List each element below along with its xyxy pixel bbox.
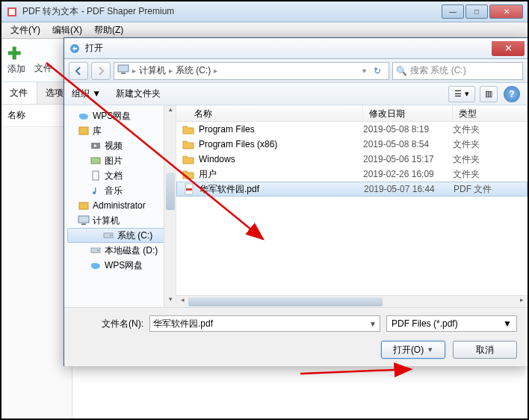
folder-icon <box>182 168 194 180</box>
file-type: PDF 文件 <box>454 183 527 196</box>
svg-rect-12 <box>95 188 96 193</box>
tree-item[interactable]: 视频 <box>64 138 176 153</box>
tree-item[interactable]: 系统 (C:) <box>67 228 173 243</box>
search-icon: 🔍 <box>396 66 407 76</box>
menu-help[interactable]: 帮助(Z) <box>88 22 129 38</box>
scroll-right-icon[interactable]: ▸ <box>516 296 528 308</box>
tree-item-label: 文档 <box>105 170 123 182</box>
dialog-close-button[interactable]: ✕ <box>492 41 525 56</box>
file-type: 文件夹 <box>453 153 528 166</box>
tree-item[interactable]: WPS网盘 <box>64 108 176 123</box>
maximize-button[interactable]: □ <box>465 4 488 19</box>
file-name: Windows <box>199 154 235 164</box>
tree-item[interactable]: 库 <box>64 123 176 138</box>
scroll-left-icon[interactable]: ◂ <box>176 296 188 308</box>
search-input[interactable]: 🔍 搜索 系统 (C:) <box>392 62 523 80</box>
scroll-thumb[interactable] <box>166 173 175 210</box>
col-type[interactable]: 类型 <box>453 105 528 121</box>
minimize-button[interactable]: — <box>442 4 464 19</box>
svg-rect-1 <box>9 9 15 15</box>
folder-tree[interactable]: WPS网盘库视频图片文档音乐Administrator计算机系统 (C:)本地磁… <box>64 105 176 307</box>
crumb-drive[interactable]: 系统 (C:) <box>176 64 211 77</box>
file-row[interactable]: Program Files2019-05-08 8:19文件夹 <box>176 122 528 137</box>
filename-input[interactable]: 华军软件园.pdf ▼ <box>149 315 380 332</box>
image-icon <box>90 155 102 166</box>
pdf-icon <box>183 183 195 195</box>
file-date: 2019-02-26 16:09 <box>363 169 453 179</box>
horizontal-scrollbar[interactable]: ◂ ▸ <box>176 295 528 307</box>
tree-scrollbar[interactable]: ▴▾ <box>164 105 176 307</box>
computer-icon <box>117 64 129 77</box>
svg-rect-10 <box>93 171 99 180</box>
tree-item[interactable]: 本地磁盘 (D:) <box>64 243 176 258</box>
scroll-thumb[interactable] <box>188 297 383 306</box>
file-row[interactable]: Windows2019-05-06 15:17文件夹 <box>176 152 528 167</box>
cancel-button[interactable]: 取消 <box>453 341 517 359</box>
toolbar-add-label: 添加 <box>7 63 25 75</box>
file-type: 文件夹 <box>453 138 528 151</box>
main-titlebar: PDF 转为文本 - PDF Shaper Premium — □ ✕ <box>1 1 528 22</box>
dialog-icon <box>69 43 81 55</box>
tree-item[interactable]: 计算机 <box>64 213 176 228</box>
new-folder-button[interactable]: 新建文件夹 <box>116 87 161 100</box>
nav-forward-button[interactable] <box>91 62 111 80</box>
tree-item-label: 系统 (C:) <box>117 229 152 242</box>
close-button[interactable]: ✕ <box>489 4 523 19</box>
address-bar[interactable]: ▸ 计算机 ▸ 系统 (C:) ▸ ▾ ↻ <box>114 62 389 80</box>
file-row[interactable]: Program Files (x86)2019-05-08 8:54文件夹 <box>176 137 528 152</box>
tree-item[interactable]: 音乐 <box>64 183 176 198</box>
music-icon <box>90 185 102 196</box>
file-row[interactable]: 华军软件园.pdf2019-05-07 16:44PDF 文件 <box>176 182 528 197</box>
svg-rect-14 <box>78 216 89 223</box>
user-icon <box>78 200 90 211</box>
file-filter-select[interactable]: PDF Files (*.pdf) ▼ <box>386 315 517 332</box>
tree-item-label: 本地磁盘 (D:) <box>105 244 158 257</box>
tree-item[interactable]: 图片 <box>64 153 176 168</box>
tree-item-label: 图片 <box>105 155 123 167</box>
svg-point-21 <box>91 263 96 268</box>
video-icon <box>90 140 102 151</box>
nav-back-button[interactable] <box>69 62 88 80</box>
folder-icon <box>182 138 194 150</box>
tree-item-label: WPS网盘 <box>105 259 143 272</box>
view-mode-button[interactable]: ☰ ▾ <box>448 86 475 102</box>
chevron-down-icon[interactable]: ▾ <box>362 67 366 75</box>
file-name: Program Files (x86) <box>199 139 277 149</box>
tree-item-label: 计算机 <box>93 214 120 227</box>
organize-menu[interactable]: 组织 ▼ <box>72 87 101 100</box>
crumb-computer[interactable]: 计算机 <box>139 64 166 77</box>
dialog-toolbar: 组织 ▼ 新建文件夹 ☰ ▾ ▥ ? <box>64 83 528 105</box>
menu-edit[interactable]: 编辑(X) <box>46 22 88 38</box>
tab-file[interactable]: 文件 <box>1 82 37 104</box>
preview-pane-button[interactable]: ▥ <box>480 86 498 102</box>
col-name[interactable]: 名称 <box>176 105 363 121</box>
svg-rect-4 <box>121 72 126 74</box>
cloud-icon <box>90 260 102 271</box>
open-button[interactable]: 打开(O)▼ <box>381 341 445 359</box>
dialog-footer: 文件名(N): 华军软件园.pdf ▼ PDF Files (*.pdf) ▼ … <box>64 307 528 366</box>
arrow-left-icon <box>72 65 84 77</box>
refresh-button[interactable]: ↻ <box>369 66 386 76</box>
file-list[interactable]: Program Files2019-05-08 8:19文件夹Program F… <box>176 122 528 295</box>
file-date: 2019-05-08 8:19 <box>363 124 453 135</box>
chevron-down-icon[interactable]: ▼ <box>369 320 377 328</box>
tree-item[interactable]: Administrator <box>64 198 176 213</box>
svg-rect-16 <box>104 233 113 238</box>
tree-item[interactable]: 文档 <box>64 168 176 183</box>
file-date: 2019-05-06 15:17 <box>363 154 453 164</box>
toolbar-add[interactable]: ✚ 添加 <box>7 45 25 75</box>
file-row[interactable]: 用户2019-02-26 16:09文件夹 <box>176 167 528 182</box>
computer-icon <box>78 215 90 226</box>
open-dialog: 打开 ✕ ▸ 计算机 ▸ 系统 (C:) ▸ ▾ ↻ 🔍 搜索 系统 (C:) … <box>64 37 528 366</box>
file-date: 2019-05-08 8:54 <box>363 139 453 149</box>
chevron-right-icon: ▸ <box>169 67 173 75</box>
tree-item[interactable]: WPS网盘 <box>64 258 176 273</box>
help-button[interactable]: ? <box>504 86 520 102</box>
tree-item-label: 音乐 <box>105 185 123 197</box>
menu-file[interactable]: 文件(Y) <box>4 22 46 38</box>
chevron-down-icon[interactable]: ▼ <box>503 318 512 329</box>
dialog-titlebar: 打开 ✕ <box>64 38 528 59</box>
app-title: PDF 转为文本 - PDF Shaper Premium <box>22 5 442 18</box>
filename-value: 华军软件园.pdf <box>153 318 213 330</box>
col-date[interactable]: 修改日期 <box>363 105 453 121</box>
